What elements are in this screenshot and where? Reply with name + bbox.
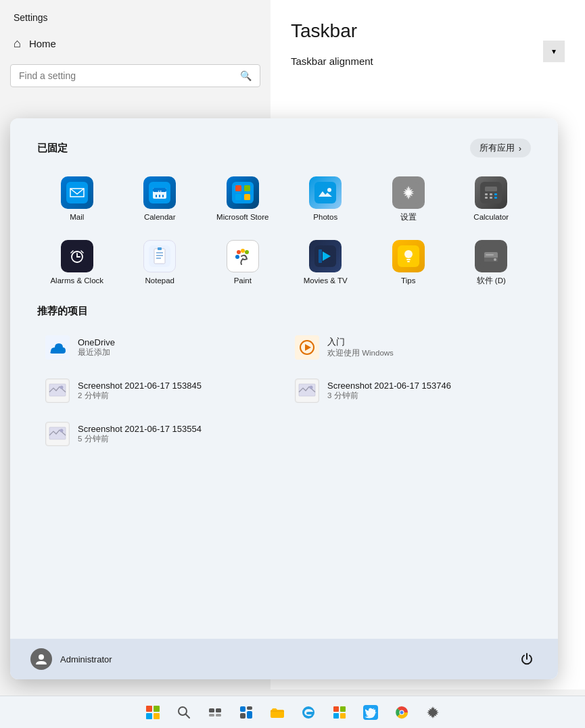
all-apps-label: 所有应用 — [479, 142, 515, 154]
taskbar-title: Taskbar — [291, 20, 565, 42]
taskbar-chrome-button[interactable] — [388, 699, 415, 726]
svg-rect-75 — [216, 708, 221, 712]
taskbar-msstore-button[interactable] — [326, 699, 353, 726]
svg-rect-71 — [154, 713, 160, 719]
notepad-label: Notepad — [145, 276, 174, 286]
rec-screenshot3-sub: 5 分钟前 — [78, 434, 202, 444]
svg-rect-77 — [216, 714, 221, 717]
svg-rect-78 — [240, 706, 245, 712]
rec-screenshot3-name: Screenshot 2021-06-17 153554 — [78, 424, 202, 434]
svg-rect-85 — [333, 713, 339, 719]
svg-rect-48 — [407, 261, 410, 262]
pinned-title: 已固定 — [37, 142, 68, 155]
home-icon: ⌂ — [14, 37, 21, 51]
rec-screenshot1-sub: 2 分钟前 — [78, 391, 202, 401]
svg-point-38 — [237, 250, 241, 254]
msstore-icon — [227, 176, 259, 209]
svg-rect-84 — [340, 706, 346, 712]
app-grid: Mail 17 Calendar — [37, 171, 531, 291]
rec-getstarted-icon — [295, 335, 319, 360]
taskbar-widgets-button[interactable] — [233, 699, 260, 726]
rec-item-getstarted[interactable]: 入门 欢迎使用 Windows — [287, 329, 531, 366]
taskbar-twitter-button[interactable] — [357, 699, 384, 726]
rec-screenshot3-text: Screenshot 2021-06-17 153554 5 分钟前 — [78, 424, 202, 444]
rec-item-screenshot3[interactable]: Screenshot 2021-06-17 153554 5 分钟前 — [37, 415, 281, 453]
svg-rect-86 — [340, 713, 346, 719]
alarms-icon — [61, 240, 93, 272]
drive-icon — [475, 240, 507, 272]
app-item-calendar[interactable]: 17 Calendar — [120, 171, 200, 228]
power-button[interactable] — [516, 648, 538, 670]
app-item-paint[interactable]: Paint — [203, 235, 283, 291]
svg-rect-17 — [480, 182, 502, 203]
rec-item-onedrive[interactable]: OneDrive 最近添加 — [37, 329, 281, 366]
app-item-tips[interactable]: Tips — [369, 235, 448, 291]
app-item-mail[interactable]: Mail — [37, 171, 117, 228]
taskbar-explorer-button[interactable] — [264, 699, 291, 726]
svg-rect-22 — [485, 197, 488, 199]
rec-onedrive-name: OneDrive — [78, 337, 115, 347]
rec-onedrive-text: OneDrive 最近添加 — [78, 337, 115, 358]
dropdown-button[interactable]: ▾ — [543, 41, 565, 62]
svg-rect-83 — [333, 706, 339, 712]
rec-getstarted-text: 入门 欢迎使用 Windows — [327, 336, 394, 358]
app-item-photos[interactable]: Photos — [286, 171, 366, 228]
app-item-movies[interactable]: Movies & TV — [286, 235, 366, 291]
rec-screenshot1-text: Screenshot 2021-06-17 153845 2 分钟前 — [78, 381, 202, 401]
user-name: Administrator — [60, 654, 112, 664]
taskbar-search-button[interactable] — [170, 699, 197, 726]
rec-screenshot2-text: Screenshot 2021-06-17 153746 3 分钟前 — [327, 381, 451, 401]
rec-item-screenshot2[interactable]: Screenshot 2021-06-17 153746 3 分钟前 — [287, 372, 531, 410]
rec-onedrive-icon — [45, 335, 70, 360]
taskbar — [0, 696, 585, 728]
home-label: Home — [29, 38, 56, 49]
msstore-label: Microsoft Store — [216, 213, 268, 222]
svg-rect-44 — [319, 249, 322, 263]
svg-rect-36 — [158, 247, 162, 250]
svg-line-73 — [185, 714, 189, 718]
app-item-drive[interactable]: 软件 (D) — [452, 235, 532, 291]
svg-rect-18 — [485, 187, 497, 191]
svg-point-39 — [241, 249, 245, 253]
search-box[interactable]: 🔍 — [10, 64, 260, 87]
svg-rect-79 — [247, 706, 252, 710]
search-icon[interactable]: 🔍 — [240, 70, 252, 81]
notepad-icon — [143, 240, 176, 272]
calendar-label: Calendar — [144, 213, 176, 222]
app-item-msstore[interactable]: Microsoft Store — [203, 171, 283, 228]
svg-rect-8 — [232, 182, 254, 203]
settings-home-button[interactable]: ⌂ Home — [0, 30, 271, 57]
alarms-label: Alarms & Clock — [50, 276, 103, 286]
calculator-icon — [475, 176, 507, 209]
all-apps-button[interactable]: 所有应用 › — [470, 139, 531, 157]
app-item-calculator[interactable]: Calculator — [452, 171, 532, 228]
svg-rect-19 — [485, 193, 488, 195]
app-item-settings[interactable]: 设置 — [369, 171, 448, 228]
paint-icon — [227, 240, 259, 272]
photos-label: Photos — [313, 213, 337, 222]
taskbar-edge-button[interactable] — [295, 699, 322, 726]
app-item-notepad[interactable]: Notepad — [120, 235, 200, 291]
svg-rect-47 — [406, 259, 411, 260]
svg-rect-12 — [244, 194, 250, 200]
svg-rect-23 — [490, 197, 492, 199]
rec-item-screenshot1[interactable]: Screenshot 2021-06-17 153845 2 分钟前 — [37, 372, 281, 410]
svg-point-90 — [400, 710, 403, 714]
calculator-label: Calculator — [473, 213, 509, 222]
taskbar-start-button[interactable] — [139, 699, 166, 726]
taskbar-settings-gear-button[interactable] — [419, 699, 446, 726]
svg-point-67 — [39, 654, 44, 660]
rec-onedrive-sub: 最近添加 — [78, 347, 115, 358]
svg-rect-10 — [244, 185, 250, 191]
app-item-alarms[interactable]: Alarms & Clock — [37, 235, 117, 291]
movies-icon — [309, 240, 342, 272]
start-bottom-bar: Administrator — [10, 639, 558, 679]
svg-rect-68 — [146, 706, 152, 712]
user-info[interactable]: Administrator — [30, 648, 112, 670]
taskbar-taskview-button[interactable] — [202, 699, 229, 726]
rec-screenshot1-name: Screenshot 2021-06-17 153845 — [78, 381, 202, 391]
svg-rect-80 — [240, 713, 245, 719]
start-menu: 已固定 所有应用 › Mail — [10, 118, 558, 679]
settings-app-icon — [392, 176, 425, 209]
search-input[interactable] — [19, 70, 235, 81]
